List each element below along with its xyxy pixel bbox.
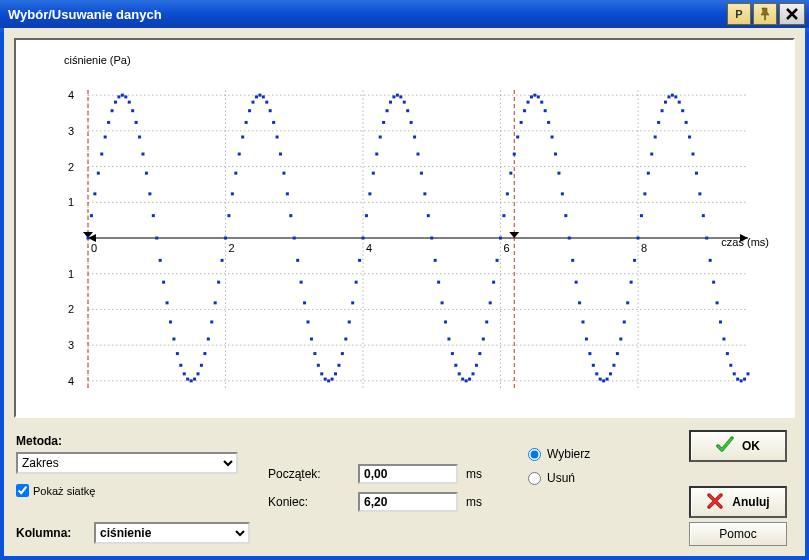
svg-rect-85 [265,101,268,104]
svg-rect-98 [310,338,313,341]
svg-rect-225 [747,372,750,375]
svg-rect-37 [100,153,103,156]
svg-rect-130 [420,172,423,175]
svg-rect-143 [465,379,468,382]
metoda-dropdown[interactable]: Zakres [16,452,238,474]
svg-rect-208 [688,135,691,138]
svg-rect-169 [554,153,557,156]
svg-rect-93 [293,237,296,240]
svg-rect-115 [368,192,371,195]
koniec-unit: ms [466,495,482,509]
svg-rect-117 [375,153,378,156]
svg-rect-111 [355,281,358,284]
svg-rect-173 [568,237,571,240]
svg-rect-195 [643,192,646,195]
ok-button[interactable]: OK [689,430,787,462]
svg-rect-71 [217,281,220,284]
chart-plot[interactable]: 02468-4-3-2-11234 [68,68,768,408]
svg-rect-174 [571,259,574,262]
titlebar-pin-button[interactable] [753,3,777,25]
svg-rect-141 [458,372,461,375]
svg-rect-123 [396,94,399,97]
svg-rect-189 [623,320,626,323]
titlebar: Wybór/Usuwanie danych P [0,0,809,28]
svg-rect-108 [344,338,347,341]
svg-rect-96 [303,301,306,304]
kolumna-label: Kolumna: [16,526,71,540]
checkmark-icon [716,436,734,457]
svg-rect-152 [496,259,499,262]
svg-rect-118 [379,135,382,138]
svg-rect-47 [135,121,138,124]
svg-rect-101 [320,372,323,375]
svg-rect-88 [276,135,279,138]
svg-rect-45 [128,101,131,104]
svg-rect-185 [609,372,612,375]
mode-radio-group: Wybierz Usuń [528,442,590,490]
svg-rect-53 [155,237,158,240]
koniec-input[interactable] [358,492,458,512]
svg-rect-104 [331,378,334,381]
svg-rect-196 [647,172,650,175]
svg-rect-120 [386,109,389,112]
svg-rect-36 [97,172,100,175]
svg-rect-223 [740,379,743,382]
svg-rect-138 [447,338,450,341]
svg-rect-100 [317,364,320,367]
poczatek-input[interactable] [358,464,458,484]
titlebar-close-button[interactable] [779,3,805,25]
svg-rect-95 [300,281,303,284]
svg-rect-175 [575,281,578,284]
svg-rect-221 [733,372,736,375]
svg-rect-54 [159,259,162,262]
kolumna-dropdown[interactable]: ciśnienie [94,522,250,544]
metoda-select[interactable]: Zakres [16,452,238,474]
svg-rect-51 [148,192,151,195]
svg-rect-218 [722,338,725,341]
show-grid-checkbox-row[interactable]: Pokaż siatkę [16,484,95,497]
svg-rect-182 [599,378,602,381]
svg-rect-33 [87,237,90,240]
svg-rect-212 [702,214,705,217]
svg-rect-39 [107,121,110,124]
svg-rect-180 [592,364,595,367]
svg-text:0: 0 [91,242,97,254]
radio-usun-row[interactable]: Usuń [528,466,590,490]
svg-rect-81 [252,101,255,104]
svg-rect-167 [547,121,550,124]
svg-rect-217 [719,320,722,323]
radio-wybierz-row[interactable]: Wybierz [528,442,590,466]
svg-rect-49 [142,153,145,156]
svg-rect-106 [337,364,340,367]
svg-marker-27 [740,234,748,242]
svg-rect-197 [650,153,653,156]
radio-usun[interactable] [528,472,541,485]
svg-rect-114 [365,214,368,217]
svg-rect-48 [138,135,141,138]
svg-rect-90 [282,172,285,175]
svg-rect-112 [358,259,361,262]
svg-rect-121 [389,101,392,104]
svg-rect-99 [313,352,316,355]
cancel-button[interactable]: Anuluj [689,486,787,518]
svg-rect-38 [104,135,107,138]
svg-rect-63 [190,379,193,382]
svg-rect-140 [454,364,457,367]
svg-rect-198 [654,135,657,138]
svg-text:4: 4 [366,242,372,254]
svg-rect-210 [695,172,698,175]
radio-wybierz[interactable] [528,448,541,461]
svg-rect-155 [506,192,509,195]
svg-rect-92 [289,214,292,217]
show-grid-checkbox[interactable] [16,484,29,497]
svg-rect-126 [406,109,409,112]
svg-rect-61 [183,372,186,375]
help-button[interactable]: Pomoc [689,522,787,546]
svg-rect-91 [286,192,289,195]
svg-rect-75 [231,192,234,195]
cross-icon [706,492,724,513]
titlebar-p-button[interactable]: P [727,3,751,25]
svg-rect-42 [117,95,120,98]
svg-rect-73 [224,237,227,240]
kolumna-select[interactable]: ciśnienie [94,522,250,544]
